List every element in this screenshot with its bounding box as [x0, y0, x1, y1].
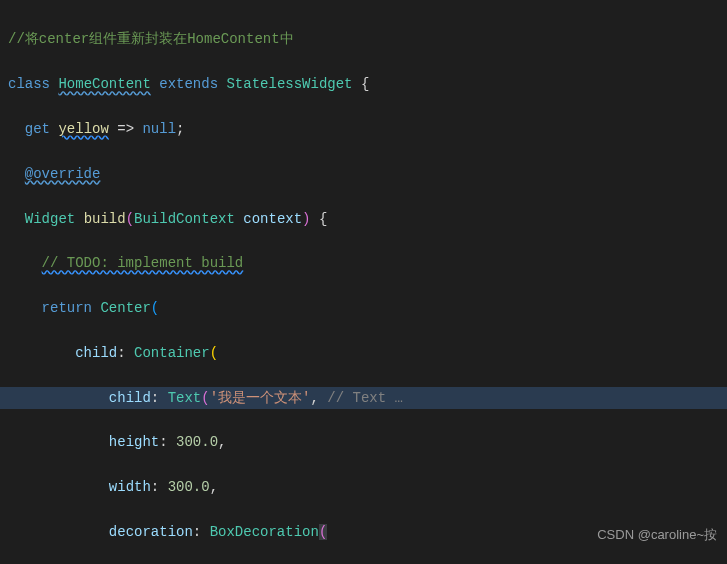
code-line: child: Container( [8, 342, 719, 364]
code-line: width: 300.0, [8, 476, 719, 498]
annotation: @override [25, 166, 101, 182]
code-line: @override [8, 163, 719, 185]
code-line: //将center组件重新封装在HomeContent中 [8, 28, 719, 50]
code-line-highlight: child: Text('我是一个文本', // Text … [0, 387, 727, 409]
code-line: class HomeContent extends StatelessWidge… [8, 73, 719, 95]
comment: //将center组件重新封装在HomeContent中 [8, 31, 294, 47]
class-name: HomeContent [58, 76, 150, 92]
code-line: get yellow => null; [8, 118, 719, 140]
code-line: // TODO: implement build [8, 252, 719, 274]
todo-comment: // TODO: implement build [42, 255, 244, 271]
code-line: return Center( [8, 297, 719, 319]
code-editor[interactable]: //将center组件重新封装在HomeContent中 class HomeC… [0, 0, 727, 564]
inline-hint: // Text … [319, 390, 403, 406]
code-line: Widget build(BuildContext context) { [8, 208, 719, 230]
watermark-text: CSDN @caroline~按 [597, 525, 717, 546]
code-line: height: 300.0, [8, 431, 719, 453]
string-literal: '我是一个文本' [210, 390, 311, 406]
